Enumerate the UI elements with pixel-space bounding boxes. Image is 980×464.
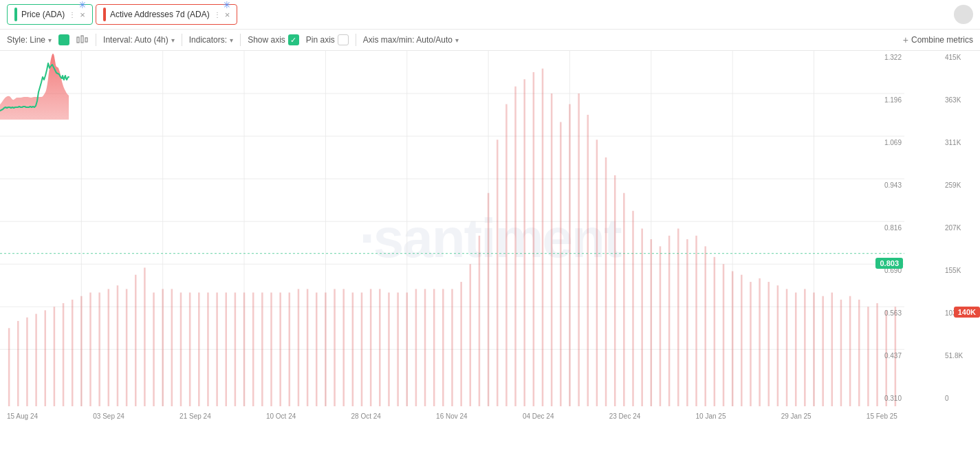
tab-color-addr xyxy=(103,8,106,21)
svg-rect-0 xyxy=(77,37,79,43)
y-left-2: 1.196 xyxy=(884,96,902,104)
snowflake-icon-price: ✳ xyxy=(78,0,87,10)
sep3 xyxy=(240,34,241,46)
y-axis-left: 1.322 1.196 1.069 0.943 0.816 0.690 0.56… xyxy=(867,51,904,405)
y-right-8: 51.8K xyxy=(945,352,963,360)
y-right-5: 207K xyxy=(945,224,961,232)
x-label-3: 21 Sep 24 xyxy=(179,412,211,420)
plus-icon: + xyxy=(903,34,908,45)
show-axis-label: Show axis xyxy=(248,35,285,45)
price-current-label: 0.803 xyxy=(875,258,903,269)
snowflake-icon-addr: ✳ xyxy=(223,0,231,10)
y-left-1: 1.322 xyxy=(884,54,902,61)
candlestick-icon xyxy=(76,35,89,45)
x-label-7: 04 Dec 24 xyxy=(523,412,554,420)
y-left-4: 0.943 xyxy=(884,181,902,189)
indicators-label: Indicators: xyxy=(189,35,227,45)
close-icon-addr[interactable]: × xyxy=(225,10,230,19)
x-label-10: 29 Jan 25 xyxy=(781,412,812,420)
tab-addr-label: Active Addresses 7d (ADA) xyxy=(110,10,210,19)
pin-axis-label: Pin axis xyxy=(306,35,335,45)
style-label: Style: Line xyxy=(7,35,45,45)
chart-area: ·santiment xyxy=(0,51,980,426)
y-right-3: 311K xyxy=(945,139,961,146)
tab-color-price xyxy=(14,8,17,21)
gear-icon-price[interactable]: ⋮ xyxy=(69,11,76,19)
addr-current-label: 140K xyxy=(954,307,980,318)
y-right-1: 415K xyxy=(945,54,961,61)
interval-selector[interactable]: Interval: Auto (4h) ▾ xyxy=(103,35,175,45)
y-right-6: 155K xyxy=(945,267,961,274)
toolbar: Style: Line ▾ Interval: Auto (4h) ▾ Indi… xyxy=(0,30,980,51)
pin-axis-toggle[interactable]: Pin axis xyxy=(306,34,349,45)
y-axis-right: 415K 363K 311K 259K 207K 155K 103K 51.8K… xyxy=(942,51,980,405)
combine-metrics-label: Combine metrics xyxy=(911,35,973,45)
x-label-6: 16 Nov 24 xyxy=(436,412,468,420)
y-left-9: 0.310 xyxy=(884,395,902,402)
tab-price-label: Price (ADA) xyxy=(21,10,65,19)
style-chevron: ▾ xyxy=(48,36,52,44)
x-axis: 15 Aug 24 03 Sep 24 21 Sep 24 10 Oct 24 … xyxy=(0,406,904,426)
combine-metrics-button[interactable]: + Combine metrics xyxy=(903,34,973,45)
gear-icon-addr[interactable]: ⋮ xyxy=(214,11,221,19)
top-bar: ✳ Price (ADA) ⋮ × ✳ Active Addresses 7d … xyxy=(0,0,980,30)
x-label-1: 15 Aug 24 xyxy=(7,412,38,420)
indicators-chevron: ▾ xyxy=(230,36,233,44)
svg-rect-2 xyxy=(85,38,87,42)
sep1 xyxy=(96,34,96,46)
color-picker[interactable] xyxy=(58,34,69,45)
x-label-4: 10 Oct 24 xyxy=(266,412,296,420)
sep2 xyxy=(182,34,182,46)
chart-type-icon[interactable] xyxy=(76,35,89,45)
x-label-2: 03 Sep 24 xyxy=(93,412,124,420)
y-left-8: 0.437 xyxy=(884,352,902,360)
tab-price-ada[interactable]: ✳ Price (ADA) ⋮ × xyxy=(7,4,93,25)
pin-axis-checkbox[interactable] xyxy=(338,34,349,45)
y-right-9: 0 xyxy=(945,395,949,402)
x-label-9: 10 Jan 25 xyxy=(696,412,726,420)
close-icon-price[interactable]: × xyxy=(80,10,85,19)
indicators-selector[interactable]: Indicators: ▾ xyxy=(189,35,233,45)
x-label-5: 28 Oct 24 xyxy=(351,412,381,420)
show-axis-checkbox[interactable]: ✓ xyxy=(288,34,299,45)
axis-maxmin-label: Axis max/min: Auto/Auto xyxy=(363,35,453,45)
y-right-2: 363K xyxy=(945,96,961,104)
main-chart-svg xyxy=(0,51,904,406)
y-left-7: 0.563 xyxy=(884,309,902,317)
y-right-4: 259K xyxy=(945,181,961,189)
svg-rect-1 xyxy=(81,36,83,43)
x-label-8: 23 Dec 24 xyxy=(609,412,641,420)
x-label-11: 15 Feb 25 xyxy=(867,412,897,420)
y-left-3: 1.069 xyxy=(884,139,902,146)
interval-chevron: ▾ xyxy=(171,36,175,44)
show-axis-toggle[interactable]: Show axis ✓ xyxy=(248,34,299,45)
sep4 xyxy=(356,34,356,46)
axis-maxmin-selector[interactable]: Axis max/min: Auto/Auto ▾ xyxy=(363,35,459,45)
interval-label: Interval: Auto (4h) xyxy=(103,35,168,45)
axis-maxmin-chevron: ▾ xyxy=(455,36,459,44)
style-selector[interactable]: Style: Line ▾ xyxy=(7,35,52,45)
y-left-5: 0.816 xyxy=(884,224,902,232)
avatar-button[interactable] xyxy=(954,5,973,24)
tab-active-addresses[interactable]: ✳ Active Addresses 7d (ADA) ⋮ × xyxy=(96,4,237,25)
